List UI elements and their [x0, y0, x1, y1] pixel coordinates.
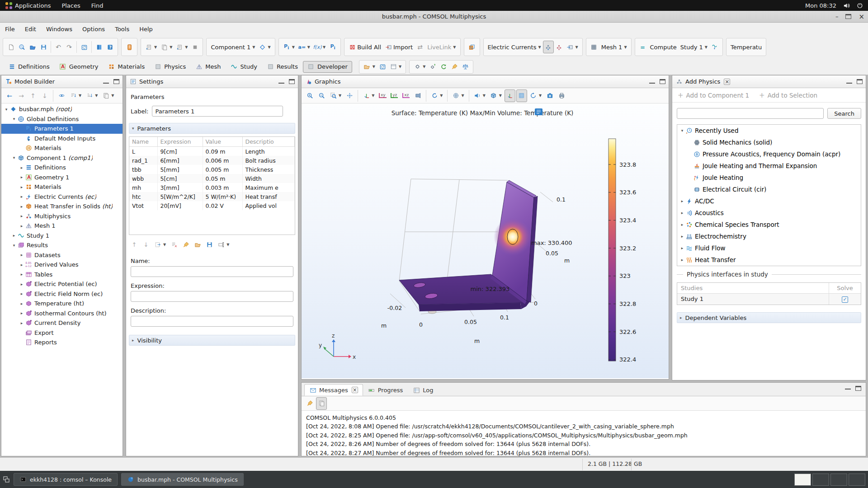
- minimize-panel-button[interactable]: [845, 386, 851, 389]
- add-to-selection-button[interactable]: +Add to Selection: [759, 91, 817, 99]
- settings-header[interactable]: Settings: [126, 75, 298, 88]
- window-title-bar[interactable]: busbar.mph - COMSOL Multiphysics – ×: [0, 11, 868, 23]
- param-cell[interactable]: 5[W/m^2/K]: [157, 192, 203, 201]
- grds-button[interactable]: [516, 89, 527, 102]
- tab-log[interactable]: Log: [408, 384, 438, 396]
- tree-item-busbar-mph[interactable]: ▾busbar.mph (root): [1, 104, 123, 114]
- tree-item-electrical-circuit-cir[interactable]: Electrical Circuit (cir): [677, 183, 861, 195]
- dropdown-arrow-icon[interactable]: ▼: [483, 94, 486, 98]
- rotg-button[interactable]: ▼: [429, 89, 444, 102]
- find-menu[interactable]: Find: [86, 0, 109, 11]
- maximize-window-button[interactable]: [845, 14, 851, 19]
- newf-button[interactable]: [5, 41, 16, 53]
- dropdown-arrow-icon[interactable]: ▼: [307, 45, 310, 49]
- dropdown-arrow-icon[interactable]: ▼: [705, 45, 708, 49]
- expand-arrow-icon[interactable]: ▸: [19, 263, 25, 267]
- cube-button[interactable]: ▼: [488, 89, 504, 102]
- name-input[interactable]: [131, 266, 293, 277]
- down-button[interactable]: ↓: [141, 238, 151, 251]
- brush-button[interactable]: [449, 61, 460, 73]
- parameters-table[interactable]: NameExpressionValueDescriptioL9[cm]0.09 …: [129, 136, 295, 235]
- gearp-button[interactable]: ▼: [412, 61, 427, 73]
- ribbon-tab-materials[interactable]: Materials: [104, 61, 150, 73]
- tree-item-component-1[interactable]: ▾Component 1 (comp1): [1, 153, 123, 163]
- expand-arrow-icon[interactable]: ▸: [679, 246, 685, 250]
- view3-button[interactable]: ▼: [361, 89, 376, 102]
- expand-arrow-icon[interactable]: ▸: [19, 321, 25, 325]
- dropdown-arrow-icon[interactable]: ▼: [499, 94, 502, 98]
- graphics-header[interactable]: Graphics: [302, 75, 669, 88]
- workspace-4[interactable]: [849, 474, 865, 486]
- undo-button[interactable]: ↶: [53, 41, 64, 53]
- menu-help[interactable]: Help: [134, 24, 158, 34]
- close-panel-button[interactable]: ×: [724, 79, 730, 85]
- param-cell[interactable]: Applied vol: [242, 201, 295, 210]
- taskbar-window-konsole[interactable]: ekkh4128 : comsol – Konsole: [14, 473, 118, 486]
- tree-item-ac-dc[interactable]: ▸AC/DC: [677, 195, 861, 207]
- param-cell[interactable]: Heat transf: [242, 192, 295, 201]
- maximize-panel-button[interactable]: [660, 79, 665, 84]
- bal-button[interactable]: [460, 61, 471, 73]
- pi-button[interactable]: Pi: [327, 41, 338, 53]
- savef-button[interactable]: [38, 41, 49, 53]
- import-button[interactable]: Import: [383, 41, 415, 53]
- param-cell[interactable]: mh: [129, 183, 157, 192]
- brush-button[interactable]: [304, 397, 315, 410]
- tree-item-chemical-species-transport[interactable]: ▸Chemical Species Transport: [677, 219, 861, 230]
- tree-item-mesh-1[interactable]: ▸Mesh 1: [1, 221, 123, 231]
- dropdown-arrow-icon[interactable]: ▼: [538, 45, 541, 49]
- menu-edit[interactable]: Edit: [20, 24, 41, 34]
- param-cell[interactable]: 0.006 m: [203, 156, 242, 165]
- tree-item-geometry-1[interactable]: ▸AGeometry 1: [1, 173, 123, 183]
- tree-item-solid-mechanics-solid[interactable]: Solid Mechanics (solid): [677, 136, 861, 148]
- study-1-button[interactable]: Study 1▼: [679, 41, 709, 53]
- param-cell[interactable]: 20[mV]: [157, 201, 203, 210]
- ribbon-tab-study[interactable]: Study: [226, 61, 262, 73]
- tree-item-tables[interactable]: ▸Tables: [1, 270, 123, 280]
- expand-arrow-icon[interactable]: ▸: [19, 224, 25, 228]
- expand-arrow-icon[interactable]: ▸: [679, 199, 685, 203]
- param-column-header[interactable]: Expression: [157, 137, 203, 147]
- ribbon-tab-definitions[interactable]: Definitions: [4, 61, 54, 73]
- loop-button[interactable]: ⇄: [415, 41, 425, 53]
- param-cell[interactable]: Thickness: [242, 165, 295, 174]
- param-cell[interactable]: htc: [129, 192, 157, 201]
- param-cell[interactable]: Maximum e: [242, 183, 295, 192]
- param-cell[interactable]: Length: [242, 147, 295, 156]
- param-column-header[interactable]: Descriptio: [242, 137, 295, 147]
- tree-item-electric-field-norm-ec[interactable]: ▸Electric Field Norm (ec): [1, 289, 123, 299]
- param-row-wbb[interactable]: wbb5[cm]0.05 mWidth: [129, 174, 295, 183]
- help-button[interactable]: ?: [104, 41, 115, 53]
- gearup-button[interactable]: [427, 61, 438, 73]
- build-all-button[interactable]: Build All: [347, 41, 383, 53]
- spk-button[interactable]: ▼: [472, 89, 487, 102]
- collapse-arrow-icon[interactable]: ▾: [11, 155, 17, 160]
- param-cell[interactable]: 0.005 m: [203, 165, 242, 174]
- livelink-button[interactable]: LiveLink▼: [425, 41, 458, 53]
- tree-item-electric-potential-ec[interactable]: ▸Electric Potential (ec): [1, 279, 123, 289]
- minimize-panel-button[interactable]: [649, 80, 655, 84]
- dropdown-arrow-icon[interactable]: ▼: [423, 65, 425, 69]
- foldero-button[interactable]: ▼: [362, 61, 377, 73]
- minimize-panel-button[interactable]: [846, 80, 852, 84]
- menu-windows[interactable]: Windows: [41, 24, 77, 34]
- au-button[interactable]: ↑: [28, 89, 38, 102]
- zin-button[interactable]: [304, 89, 315, 102]
- listx-button[interactable]: [169, 238, 179, 251]
- tree-item-derived-values[interactable]: ▸8.85e-12Derived Values: [1, 260, 123, 270]
- rename-button[interactable]: ▼: [216, 238, 231, 251]
- paste-button[interactable]: ▼: [174, 41, 189, 53]
- ribbon-tab-results[interactable]: Results: [262, 61, 302, 73]
- param-row-tbb[interactable]: tbb5[mm]0.005 mThickness: [129, 165, 295, 174]
- places-menu[interactable]: Places: [56, 0, 85, 11]
- fx-button[interactable]: f(x)▼: [312, 41, 327, 53]
- electric-currents-button[interactable]: Electric Currents▼: [486, 41, 543, 53]
- graphics-canvas[interactable]: Surface: Temperature (K) Max/Min Volume:…: [302, 103, 669, 378]
- redo-button[interactable]: ↷: [64, 41, 75, 53]
- maximize-panel-button[interactable]: [289, 79, 295, 84]
- tree-item-results[interactable]: ▾Results: [1, 240, 123, 250]
- expand-arrow-icon[interactable]: ▸: [19, 291, 25, 296]
- minimize-panel-button[interactable]: [278, 80, 284, 84]
- component-1-button[interactable]: Component 1▼: [209, 41, 257, 53]
- tree-item-materials[interactable]: Materials: [1, 143, 123, 153]
